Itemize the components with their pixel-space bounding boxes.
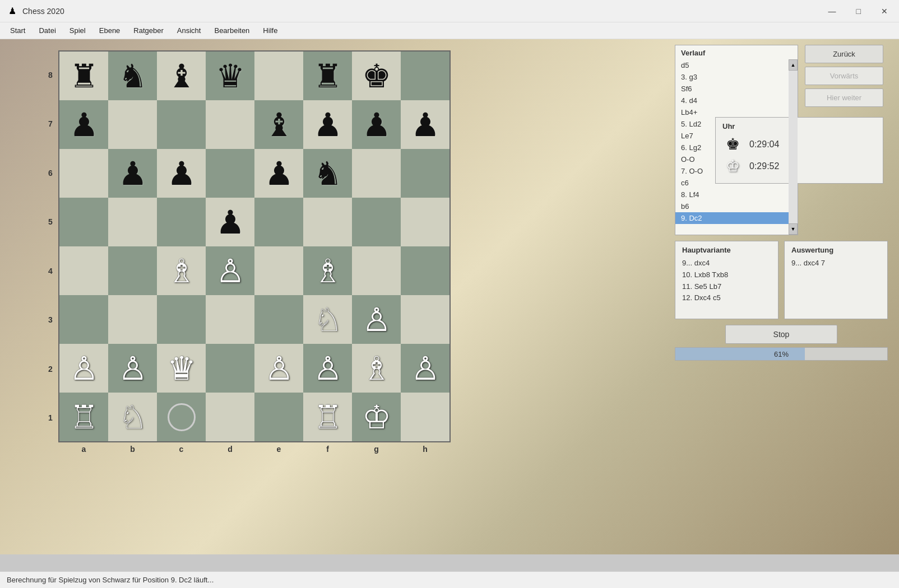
menu-item-bearbeiten[interactable]: Bearbeiten	[208, 24, 255, 37]
square-a7[interactable]: ♟	[59, 100, 108, 149]
square-f8[interactable]: ♜	[303, 52, 352, 100]
square-a8[interactable]: ♜	[59, 52, 108, 100]
hauptvariante-title: Hauptvariante	[682, 246, 771, 254]
square-e6[interactable]: ♟	[254, 149, 303, 198]
vorwarts-button[interactable]: Vorwärts	[805, 67, 883, 85]
square-g1[interactable]: ♔	[352, 393, 401, 441]
square-a6[interactable]	[59, 149, 108, 198]
menu-item-start[interactable]: Start	[4, 24, 31, 37]
verlauf-item[interactable]: 5. Ld2	[675, 118, 789, 130]
square-b8[interactable]: ♞	[108, 52, 157, 100]
verlauf-item[interactable]: Sf6	[675, 83, 789, 95]
verlauf-scrollbar[interactable]: ▲▼	[789, 59, 798, 235]
minimize-button[interactable]: —	[824, 4, 841, 18]
verlauf-item[interactable]: c6	[675, 177, 789, 189]
square-h6[interactable]	[401, 149, 450, 198]
square-h3[interactable]	[401, 295, 450, 344]
square-a4[interactable]	[59, 246, 108, 295]
square-d8[interactable]: ♛	[206, 52, 254, 100]
square-e2[interactable]: ♙	[254, 344, 303, 393]
square-d1[interactable]	[206, 393, 254, 441]
square-h7[interactable]: ♟	[401, 100, 450, 149]
verlauf-item[interactable]: Lb4+	[675, 106, 789, 118]
square-f7[interactable]: ♟	[303, 100, 352, 149]
square-b7[interactable]	[108, 100, 157, 149]
square-e7[interactable]: ♝	[254, 100, 303, 149]
square-d3[interactable]	[206, 295, 254, 344]
close-button[interactable]: ✕	[877, 4, 892, 18]
square-h2[interactable]: ♙	[401, 344, 450, 393]
verlauf-item[interactable]: 9. Dc2	[675, 212, 789, 224]
square-g4[interactable]	[352, 246, 401, 295]
square-g5[interactable]	[352, 198, 401, 246]
square-b3[interactable]	[108, 295, 157, 344]
square-e1[interactable]	[254, 393, 303, 441]
square-e3[interactable]	[254, 295, 303, 344]
menu-item-ebene[interactable]: Ebene	[94, 24, 126, 37]
square-a5[interactable]	[59, 198, 108, 246]
square-c8[interactable]: ♝	[157, 52, 206, 100]
square-e5[interactable]	[254, 198, 303, 246]
square-h5[interactable]	[401, 198, 450, 246]
menu-item-ansicht[interactable]: Ansicht	[172, 24, 207, 37]
maximize-button[interactable]: □	[852, 4, 865, 18]
verlauf-item[interactable]: 7. O-O	[675, 165, 789, 177]
square-c4[interactable]: ♗	[157, 246, 206, 295]
square-f1[interactable]: ♖	[303, 393, 352, 441]
square-b4[interactable]	[108, 246, 157, 295]
square-b2[interactable]: ♙	[108, 344, 157, 393]
square-d7[interactable]	[206, 100, 254, 149]
square-c5[interactable]	[157, 198, 206, 246]
square-f6[interactable]: ♞	[303, 149, 352, 198]
square-h8[interactable]	[401, 52, 450, 100]
verlauf-item[interactable]: 3. g3	[675, 71, 789, 83]
verlauf-item[interactable]: 4. d4	[675, 95, 789, 106]
square-g3[interactable]: ♙	[352, 295, 401, 344]
verlauf-item[interactable]: O-O	[675, 153, 789, 165]
square-d4[interactable]: ♙	[206, 246, 254, 295]
verlauf-item[interactable]: 8. Lf4	[675, 189, 789, 200]
verlauf-item[interactable]: 6. Lg2	[675, 142, 789, 153]
square-f4[interactable]: ♗	[303, 246, 352, 295]
scroll-up-button[interactable]: ▲	[789, 59, 798, 71]
square-h1[interactable]	[401, 393, 450, 441]
menu-item-spiel[interactable]: Spiel	[64, 24, 91, 37]
square-a2[interactable]: ♙	[59, 344, 108, 393]
square-f5[interactable]	[303, 198, 352, 246]
square-c3[interactable]	[157, 295, 206, 344]
menu-item-hilfe[interactable]: Hilfe	[257, 24, 283, 37]
square-a1[interactable]: ♖	[59, 393, 108, 441]
verlauf-item[interactable]: Le7	[675, 130, 789, 142]
square-c6[interactable]: ♟	[157, 149, 206, 198]
chess-board[interactable]: ♜♞♝♛♜♚♟♝♟♟♟♟♟♟♞♟♗♙♗♘♙♙♙♛♙♙♗♙♖♘♖♔	[58, 50, 451, 442]
zuruck-button[interactable]: Zurück	[805, 45, 883, 63]
verlauf-list[interactable]: d53. g3Sf64. d4Lb4+5. Ld2Le76. Lg2O-O7. …	[675, 59, 798, 235]
verlauf-item[interactable]: d5	[675, 59, 789, 71]
square-g2[interactable]: ♗	[352, 344, 401, 393]
square-f2[interactable]: ♙	[303, 344, 352, 393]
square-d6[interactable]	[206, 149, 254, 198]
square-g8[interactable]: ♚	[352, 52, 401, 100]
stop-button[interactable]: Stop	[725, 325, 837, 344]
menu-item-datei[interactable]: Datei	[33, 24, 61, 37]
square-e8[interactable]	[254, 52, 303, 100]
square-g7[interactable]: ♟	[352, 100, 401, 149]
square-d5[interactable]: ♟	[206, 198, 254, 246]
hier-weiter-button[interactable]: Hier weiter	[805, 88, 883, 107]
square-c2[interactable]: ♛	[157, 344, 206, 393]
square-h4[interactable]	[401, 246, 450, 295]
square-a3[interactable]	[59, 295, 108, 344]
menu-item-ratgeber[interactable]: Ratgeber	[128, 24, 169, 37]
square-g6[interactable]	[352, 149, 401, 198]
square-b5[interactable]	[108, 198, 157, 246]
verlauf-item[interactable]: b6	[675, 200, 789, 212]
square-b1[interactable]: ♘	[108, 393, 157, 441]
square-e4[interactable]	[254, 246, 303, 295]
square-c7[interactable]	[157, 100, 206, 149]
square-b6[interactable]: ♟	[108, 149, 157, 198]
menu-bar: StartDateiSpielEbeneRatgeberAnsichtBearb…	[0, 22, 899, 39]
scroll-down-button[interactable]: ▼	[789, 223, 798, 235]
square-c1[interactable]	[157, 393, 206, 441]
square-f3[interactable]: ♘	[303, 295, 352, 344]
square-d2[interactable]	[206, 344, 254, 393]
